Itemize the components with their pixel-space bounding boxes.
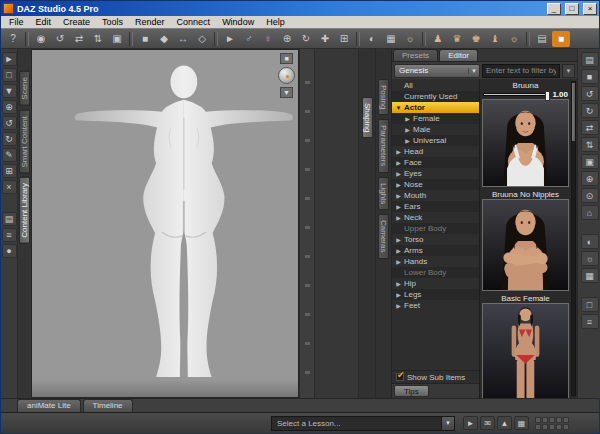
scene-block-icon[interactable]: ▤ [2,212,17,226]
draw-style-icon[interactable]: ◐ [581,234,599,249]
expand-arrow-icon[interactable]: ▶ [395,192,402,199]
lights-preset-icon[interactable]: ☼ [505,31,523,47]
bottom-dock-tab[interactable]: aniMate Lite [17,399,81,412]
scale-tool-icon[interactable]: ⊞ [335,31,353,47]
tree-item[interactable]: ▶ Arms [392,245,479,256]
tree-item[interactable]: ▶ Nose [392,179,479,190]
close-button[interactable]: × [583,3,597,15]
left-dock-tab[interactable]: Scene [19,71,30,106]
layout-grid-cell[interactable] [549,417,555,423]
tree-item[interactable]: ▶ Face [392,157,479,168]
scale-cube-icon[interactable]: ◇ [193,31,211,47]
render-icon[interactable]: ☼ [401,31,419,47]
wardrobe-preset-icon[interactable]: ♚ [467,31,485,47]
zoom-view-icon[interactable]: ⊙ [581,188,599,203]
surface-select-icon[interactable]: ◐ [363,31,381,47]
hair-preset-icon[interactable]: ♛ [448,31,466,47]
preset-thumbnail-basic-female[interactable]: Basic Female [482,294,569,398]
maximize-button[interactable]: □ [565,3,579,15]
pan-view-icon[interactable]: ⇄ [581,120,599,135]
redo-icon[interactable]: ↻ [2,132,17,146]
right-dock-tab[interactable]: Parameters [378,119,389,172]
expand-arrow-icon[interactable]: ▶ [395,291,402,298]
lesson-select[interactable]: Select a Lesson... ▼ [271,416,455,431]
filter-input[interactable] [482,64,560,78]
pane-dock-icon[interactable]: □ [581,297,599,312]
pane-splitter[interactable] [299,49,315,398]
layout-grid-cell[interactable] [535,424,541,430]
layout-grid-cell[interactable] [542,417,548,423]
alert-icon[interactable]: ▲ [497,416,512,430]
camera-cube-icon[interactable]: ■ [581,69,599,84]
smart-content-icon[interactable]: ▤ [533,31,551,47]
reset-view-icon[interactable]: ⌂ [581,205,599,220]
group-icon[interactable]: ≡ [2,228,17,242]
tips-button[interactable]: Tips [394,385,429,397]
left-dock-tab[interactable]: Content Library [19,177,30,244]
orbit-gizmo[interactable] [278,67,295,84]
expand-arrow-icon[interactable]: ▶ [395,280,402,287]
tree-item[interactable]: ▶ Head [392,146,479,157]
undo-icon[interactable]: ↺ [2,116,17,130]
right-dock-tab[interactable]: Cameras [378,214,389,258]
rotate-view-icon[interactable]: ↻ [581,103,599,118]
thumbnails-scrollbar[interactable] [571,81,576,396]
layout-grid-cell[interactable] [549,424,555,430]
pointer-icon[interactable]: ► [2,52,17,66]
menu-item[interactable]: Window [216,17,260,27]
toolbar-button[interactable] [526,32,530,46]
orbit-view-icon[interactable]: ↺ [581,86,599,101]
rotate-tool-icon[interactable]: ↻ [297,31,315,47]
menu-item[interactable]: Create [57,17,96,27]
lock-icon[interactable]: ● [2,244,17,258]
right-dock-tab[interactable]: Shaping [362,97,373,138]
left-dock-tab[interactable]: Smart Content [19,110,30,174]
preset-image[interactable] [482,303,569,398]
right-strip-button[interactable] [581,285,599,295]
lesson-play-icon[interactable]: ► [463,416,478,430]
edit-icon[interactable]: ✎ [2,148,17,162]
delete-icon[interactable]: × [2,180,17,194]
dolly-camera-icon[interactable]: ⇅ [89,31,107,47]
layout-grid-cell[interactable] [542,424,548,430]
dolly-view-icon[interactable]: ⇅ [581,137,599,152]
tree-item[interactable]: All [392,80,479,91]
female-figure-icon[interactable]: ♀ [259,31,277,47]
expand-arrow-icon[interactable]: ▶ [395,159,402,166]
translate-cube-icon[interactable]: ↔ [174,31,192,47]
context-help-icon[interactable]: ? [4,31,22,47]
expand-arrow-icon[interactable]: ▶ [395,258,402,265]
toolbar-button[interactable] [129,32,133,46]
view-cube-icon[interactable]: ■ [280,53,293,64]
menu-item[interactable]: Edit [30,17,58,27]
pane-tab[interactable]: Presets [393,49,438,61]
preset-thumbnail-bruuna[interactable]: Bruuna 1.00 [482,81,569,187]
expand-arrow-icon[interactable]: ▶ [395,148,402,155]
tree-item[interactable]: ▶ Mouth [392,190,479,201]
menu-item[interactable]: Render [129,17,171,27]
viewport[interactable]: ■ ▼ [31,49,299,398]
left-strip-button[interactable] [2,196,17,210]
menu-item[interactable]: File [3,17,30,27]
pane-menu-icon[interactable]: ≡ [581,314,599,329]
minimize-button[interactable]: _ [547,3,561,15]
spot-render-icon[interactable]: ▦ [382,31,400,47]
right-strip-button[interactable] [581,222,599,232]
layout-grid-cell[interactable] [535,417,541,423]
aim-view-icon[interactable]: ⊕ [581,171,599,186]
layout-grid-cell[interactable] [563,424,569,430]
preset-image[interactable] [482,99,569,187]
orbit-camera-icon[interactable]: ↺ [51,31,69,47]
open-file-icon[interactable]: □ [2,68,17,82]
menu-item[interactable]: Connect [171,17,217,27]
genesis-figure-3d-view[interactable] [32,50,298,397]
pan-camera-icon[interactable]: ⇄ [70,31,88,47]
expand-arrow-icon[interactable]: ▶ [395,236,402,243]
tree-item[interactable]: ▶ Male [392,124,479,135]
pane-tab[interactable]: Editor [439,49,478,61]
preset-thumbnail-bruuna-no-nipples[interactable]: Bruuna No Nipples [482,190,569,291]
tree-item[interactable]: ▶ Hip [392,278,479,289]
expand-arrow-icon[interactable]: ▶ [404,126,411,133]
cpu-meter-icon[interactable]: ▦ [514,416,529,430]
expand-arrow-icon[interactable]: ▶ [404,115,411,122]
